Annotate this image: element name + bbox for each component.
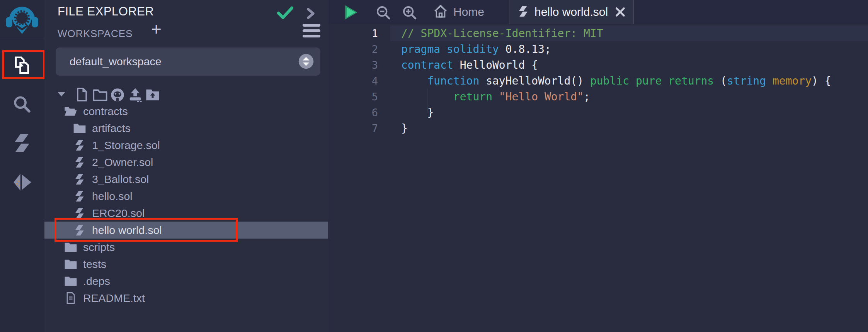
- tree-item-label: 2_Owner.sol: [92, 156, 153, 169]
- tree-item-scripts[interactable]: scripts: [44, 239, 328, 256]
- run-icon[interactable]: [342, 4, 359, 22]
- code-line-1[interactable]: // SPDX-License-Identifier: MIT: [401, 25, 831, 41]
- tree-item-3-ballot-sol[interactable]: 3_Ballot.sol: [44, 171, 328, 188]
- tree-item-label: hello world.sol: [92, 224, 162, 237]
- tree-item-label: scripts: [83, 241, 115, 254]
- add-workspace-button[interactable]: +: [151, 20, 162, 38]
- code-line-4[interactable]: function sayHelloWorld() public pure ret…: [401, 73, 831, 89]
- code-line-3[interactable]: contract HelloWorld {: [401, 57, 831, 73]
- folder-open-icon: [64, 106, 77, 117]
- tree-item-label: contracts: [83, 105, 128, 118]
- line-number: 1: [328, 25, 378, 41]
- solidity-icon: [73, 207, 86, 219]
- workspace-menu-button[interactable]: [303, 24, 320, 37]
- file-tree: contractsartifacts1_Storage.sol2_Owner.s…: [44, 103, 328, 307]
- solidity-icon: [73, 224, 86, 236]
- workspace-select[interactable]: default_workspace: [56, 47, 320, 76]
- tab-label: Home: [453, 5, 484, 19]
- zoom-in-icon[interactable]: [402, 5, 417, 22]
- tree-item-label: ERC20.sol: [92, 207, 145, 220]
- tab-home[interactable]: Home: [425, 0, 492, 24]
- line-number-gutter: 1234567: [328, 25, 378, 136]
- tree-item-label: hello.sol: [92, 190, 133, 203]
- new-folder-icon[interactable]: [92, 87, 108, 103]
- tree-item-erc20-sol[interactable]: ERC20.sol: [44, 205, 328, 222]
- file-explorer-panel: FILE EXPLORER WORKSPACES + default_works…: [44, 0, 328, 332]
- github-icon[interactable]: [109, 87, 126, 104]
- line-number: 6: [328, 105, 378, 120]
- folder-icon: [64, 242, 77, 252]
- tree-item-label: README.txt: [83, 292, 145, 305]
- line-number: 3: [328, 57, 378, 73]
- search-icon[interactable]: [12, 94, 32, 116]
- solidity-icon: [73, 139, 86, 151]
- solidity-file-icon: [518, 5, 528, 19]
- upload-file-icon[interactable]: [128, 87, 143, 104]
- folder-icon: [73, 123, 86, 134]
- workspace-selected-value: default_workspace: [70, 47, 162, 76]
- remix-logo-icon[interactable]: [5, 2, 39, 37]
- activity-bar: [0, 0, 44, 332]
- tree-item-hello-sol[interactable]: hello.sol: [44, 188, 328, 205]
- tree-item-label: .deps: [83, 275, 110, 288]
- new-file-icon[interactable]: [75, 87, 89, 103]
- solidity-icon: [73, 173, 86, 185]
- line-number: 2: [328, 41, 378, 57]
- collapse-chevron-icon[interactable]: [58, 92, 65, 97]
- solidity-icon: [73, 156, 86, 168]
- panel-title: FILE EXPLORER: [58, 5, 154, 19]
- code-line-2[interactable]: pragma solidity 0.8.13;: [401, 41, 831, 57]
- tab-hello-world-sol[interactable]: hello world.sol: [509, 0, 634, 24]
- tree-item-artifacts[interactable]: artifacts: [44, 120, 328, 137]
- home-icon: [433, 3, 448, 20]
- code-line-5[interactable]: return "Hello World";: [401, 89, 831, 105]
- tree-item-contracts[interactable]: contracts: [44, 103, 328, 120]
- line-number: 4: [328, 73, 378, 89]
- workspaces-label: WORKSPACES: [58, 28, 133, 40]
- solidity-icon: [73, 190, 86, 202]
- line-number: 5: [328, 89, 378, 105]
- folder-icon: [64, 276, 77, 286]
- check-icon: [276, 5, 294, 22]
- file-explorer-icon[interactable]: [12, 55, 32, 77]
- deploy-and-run-icon[interactable]: [12, 172, 32, 194]
- tree-item-hello-world-sol[interactable]: hello world.sol: [44, 222, 328, 239]
- chevron-right-icon[interactable]: [305, 8, 316, 21]
- select-spinner-icon: [298, 53, 314, 71]
- tree-item-1-storage-sol[interactable]: 1_Storage.sol: [44, 137, 328, 154]
- zoom-out-icon[interactable]: [376, 5, 391, 22]
- code-lines: // SPDX-License-Identifier: MITpragma so…: [401, 25, 831, 136]
- tree-item-tests[interactable]: tests: [44, 256, 328, 273]
- tree-item--deps[interactable]: .deps: [44, 273, 328, 290]
- tree-toolbar: [44, 86, 328, 103]
- tree-item-readme-txt[interactable]: README.txt: [44, 290, 328, 307]
- tab-label: hello world.sol: [534, 5, 608, 19]
- editor-area: Home hello world.sol 1234567 // SPDX-Lic…: [328, 0, 868, 332]
- file-icon: [64, 292, 77, 304]
- tree-item-2-owner-sol[interactable]: 2_Owner.sol: [44, 154, 328, 171]
- close-icon[interactable]: [615, 7, 626, 17]
- upload-folder-icon[interactable]: [145, 87, 160, 103]
- tab-bar: Home hello world.sol: [328, 0, 868, 24]
- code-line-6[interactable]: }: [401, 105, 831, 120]
- tree-item-label: 1_Storage.sol: [92, 139, 160, 152]
- code-editor[interactable]: 1234567 // SPDX-License-Identifier: MITp…: [328, 24, 868, 332]
- divider: [0, 39, 44, 39]
- line-number: 7: [328, 120, 378, 136]
- folder-icon: [64, 259, 77, 269]
- solidity-compiler-icon[interactable]: [12, 133, 32, 154]
- tree-item-label: 3_Ballot.sol: [92, 173, 149, 186]
- tree-item-label: artifacts: [92, 122, 131, 135]
- code-line-7[interactable]: }: [401, 120, 831, 136]
- tree-item-label: tests: [83, 258, 106, 271]
